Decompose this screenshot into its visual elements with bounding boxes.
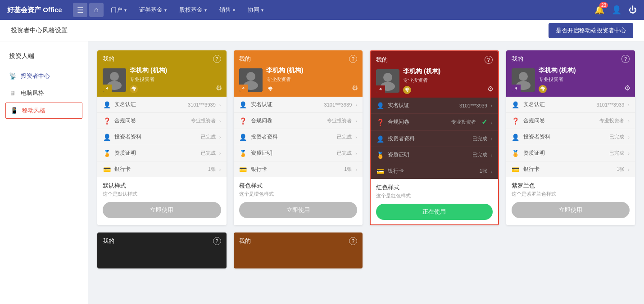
questionnaire-icon-gold: ❓	[103, 117, 111, 125]
use-now-btn-red[interactable]: 正在使用	[376, 204, 493, 220]
avatar-red: 4	[376, 69, 399, 93]
user-type-gold: 专业投资者	[130, 76, 221, 83]
id-value-gold: 3101***3939	[188, 102, 216, 107]
user-row-gold: 4 李机构 (机构) 专业投资者 专	[103, 67, 221, 93]
questionnaire-arrow-gold: ›	[219, 118, 221, 124]
bank-arrow-orange: ›	[355, 167, 357, 172]
cert-label-red: 资质证明	[388, 151, 469, 159]
bottom-question-dark-orange[interactable]: ?	[349, 237, 357, 245]
notification-icon[interactable]: 🔔 23	[594, 5, 604, 15]
investor-center-icon: 📡	[9, 72, 16, 80]
card-body-gold: 👤 实名认证 3101***3939 › ❓ 合规问卷 专业投资者 › 👤 投资…	[97, 97, 227, 177]
card-row-profile-red[interactable]: 👤 投资者资料 已完成 ›	[371, 131, 498, 147]
card-row-questionnaire-red[interactable]: ❓ 合规问卷 专业投资者 ✓ ›	[371, 114, 498, 131]
power-icon[interactable]: ⏻	[629, 5, 637, 15]
user-icon[interactable]: 👤	[612, 5, 621, 15]
card-row-cert-red[interactable]: 🏅 资质证明 已完成 ›	[371, 147, 498, 163]
notification-badge: 23	[599, 2, 608, 8]
card-row-profile-orange[interactable]: 👤 投资者资料 已完成 ›	[234, 129, 363, 145]
nav-portal[interactable]: 门户 ▾	[105, 0, 132, 20]
open-mobile-btn[interactable]: 是否开启移动端投资者中心	[549, 23, 633, 38]
cert-label-orange: 资质证明	[251, 149, 334, 157]
card-row-profile-purple[interactable]: 👤 投资者资料 已完成 ›	[506, 129, 635, 145]
nav-sales[interactable]: 销售 ▾	[214, 0, 240, 20]
profile-icon-red: 👤	[376, 135, 384, 143]
card-row-cert-gold[interactable]: 🏅 资质证明 已完成 ›	[97, 145, 227, 161]
card-row-id-red[interactable]: 👤 实名认证 3101***3939 ›	[371, 98, 498, 114]
card-row-profile-gold[interactable]: 👤 投资者资料 已完成 ›	[97, 129, 227, 145]
questionnaire-value-purple: 专业投资者	[599, 117, 624, 124]
card-row-bank-orange[interactable]: 💳 银行卡 1张 ›	[234, 161, 363, 177]
profile-value-purple: 已完成	[609, 134, 624, 140]
card-row-id-orange[interactable]: 👤 实名认证 3101***3939 ›	[234, 97, 363, 113]
question-red[interactable]: ?	[485, 56, 493, 64]
profile-label-orange: 投资者资料	[251, 133, 334, 141]
questionnaire-label-gold: 合规问卷	[114, 117, 187, 125]
cert-value-red: 已完成	[472, 152, 487, 158]
cert-icon-red: 🏅	[376, 152, 384, 159]
card-title-purple: 我的 ?	[512, 55, 630, 63]
style-title-gold: 默认样式	[103, 182, 221, 190]
nav-equity[interactable]: 股权基金 ▾	[174, 0, 212, 20]
bottom-my-label-dark-orange: 我的	[239, 237, 251, 245]
sidebar-item-investor-center[interactable]: 📡 投资者中心	[0, 67, 88, 85]
svg-point-10	[519, 72, 528, 81]
question-gold[interactable]: ?	[213, 55, 221, 63]
card-row-cert-orange[interactable]: 🏅 资质证明 已完成 ›	[234, 145, 363, 161]
user-info-orange: 李机构 (机构) 专业投资者 专	[266, 67, 358, 93]
card-row-bank-gold[interactable]: 💳 银行卡 1张 ›	[97, 161, 227, 177]
home-btn[interactable]: ⌂	[89, 3, 104, 17]
bank-label-gold: 银行卡	[114, 165, 204, 173]
style-title-purple: 紫罗兰色	[512, 182, 630, 190]
mobile-icon: 📱	[10, 107, 18, 114]
expert-badge-red: 专	[403, 86, 411, 94]
use-now-btn-orange[interactable]: 立即使用	[239, 202, 358, 218]
breadcrumb-bar: 投资者中心风格设置 是否开启移动端投资者中心	[0, 20, 644, 41]
bottom-question-black[interactable]: ?	[213, 237, 221, 245]
profile-arrow-purple: ›	[628, 134, 630, 140]
bank-value-purple: 1张	[617, 166, 624, 173]
use-now-btn-purple[interactable]: 立即使用	[512, 202, 630, 218]
card-row-cert-purple[interactable]: 🏅 资质证明 已完成 ›	[506, 145, 635, 161]
menu-icon-btn[interactable]: ☰	[73, 3, 87, 17]
gear-orange[interactable]: ⚙	[352, 84, 358, 92]
my-label-purple: 我的	[512, 55, 523, 63]
card-row-questionnaire-gold[interactable]: ❓ 合规问卷 专业投资者 ›	[97, 113, 227, 129]
card-row-bank-purple[interactable]: 💳 银行卡 1张 ›	[506, 161, 635, 177]
question-orange[interactable]: ?	[349, 55, 357, 63]
card-row-id-gold[interactable]: 👤 实名认证 3101***3939 ›	[97, 97, 227, 113]
my-label-orange: 我的	[239, 55, 251, 63]
card-row-id-purple[interactable]: 👤 实名认证 3101***3939 ›	[506, 97, 635, 113]
sidebar-item-label-investor-center: 投资者中心	[21, 72, 50, 80]
gear-gold[interactable]: ⚙	[216, 84, 222, 92]
sidebar-item-desktop-style[interactable]: 🖥 电脑风格	[0, 85, 88, 102]
question-purple[interactable]: ?	[621, 55, 630, 63]
nav-securities[interactable]: 证券基金 ▾	[134, 0, 172, 20]
profile-icon-orange: 👤	[239, 134, 247, 141]
id-label-orange: 实名认证	[251, 101, 321, 108]
bank-value-gold: 1张	[208, 166, 216, 173]
card-title-orange: 我的 ?	[239, 55, 358, 63]
bank-label-purple: 银行卡	[523, 165, 613, 173]
gear-red[interactable]: ⚙	[487, 85, 494, 93]
gear-purple[interactable]: ⚙	[624, 84, 630, 92]
desktop-icon: 🖥	[9, 89, 16, 97]
nav-cooperation[interactable]: 协同 ▾	[242, 0, 269, 20]
profile-label-purple: 投资者资料	[523, 133, 606, 141]
card-row-bank-red[interactable]: 💳 银行卡 1张 ›	[371, 163, 498, 179]
check-mark-red: ✓	[481, 118, 487, 126]
sidebar-item-mobile-style[interactable]: 📱 移动风格	[5, 103, 82, 119]
card-footer-purple: 紫罗兰色 这个是紫罗兰色样式 立即使用	[506, 177, 635, 223]
bank-arrow-gold: ›	[219, 167, 221, 172]
cert-arrow-purple: ›	[628, 151, 630, 156]
user-name-purple: 李机构 (机构)	[539, 67, 630, 75]
svg-point-1	[110, 72, 119, 81]
cert-arrow-gold: ›	[219, 151, 221, 156]
card-row-questionnaire-orange[interactable]: ❓ 合规问卷 专业投资者 ›	[234, 113, 363, 129]
card-row-questionnaire-purple[interactable]: ❓ 合规问卷 专业投资者 ›	[506, 113, 635, 129]
use-now-btn-gold[interactable]: 立即使用	[103, 202, 221, 218]
cert-value-purple: 已完成	[609, 150, 624, 156]
questionnaire-icon-red: ❓	[376, 119, 384, 126]
bank-label-orange: 银行卡	[251, 165, 341, 173]
user-type-red: 专业投资者	[403, 77, 493, 84]
